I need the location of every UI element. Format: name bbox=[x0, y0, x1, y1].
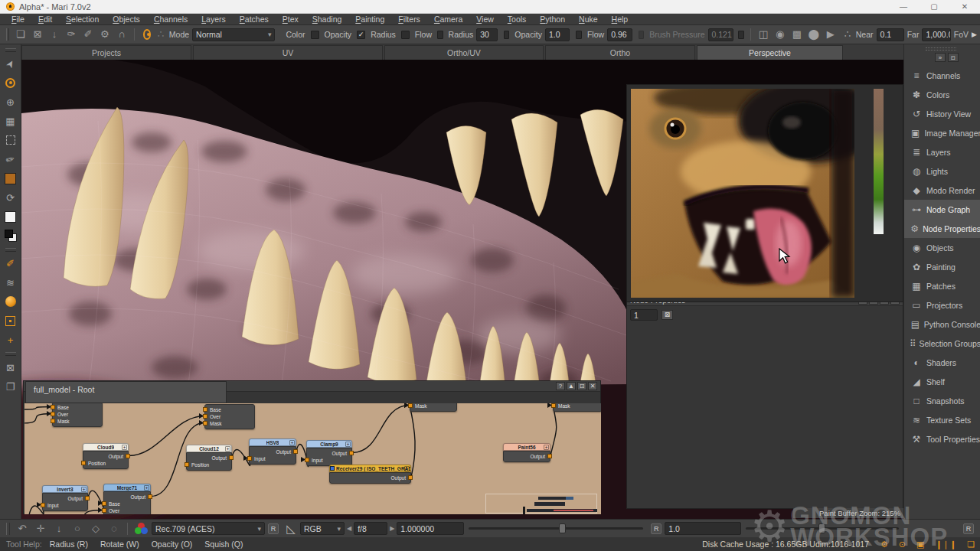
bake-status-icon[interactable]: ⚙ bbox=[880, 540, 888, 549]
graph-node-merge_b[interactable]: BaseOverMask bbox=[204, 404, 255, 429]
port-output[interactable] bbox=[229, 455, 234, 460]
eyedropper-tool-icon[interactable]: ✎ bbox=[2, 150, 20, 168]
clear-selection-button[interactable]: ⊠ bbox=[662, 310, 673, 320]
sidebar-item-texture-sets[interactable]: ≋Texture Sets bbox=[904, 410, 980, 429]
new-project-icon[interactable]: ❏ bbox=[12, 26, 29, 43]
sidebar-item-node-graph[interactable]: ⊶Node Graph bbox=[904, 200, 980, 219]
port-mask[interactable] bbox=[408, 403, 413, 408]
port-base[interactable] bbox=[203, 407, 207, 412]
meter-icon[interactable]: ❙❘❙ bbox=[935, 540, 956, 549]
fstop-next-icon[interactable]: ▶ bbox=[390, 525, 394, 532]
brush-pressure-checkbox[interactable] bbox=[639, 31, 645, 39]
graph-node-paint56[interactable]: Paint56+Output bbox=[503, 443, 550, 462]
colorspace-dropdown[interactable]: Rec.709 (ACES) bbox=[152, 522, 265, 535]
opacity-link-checkbox[interactable] bbox=[311, 31, 319, 39]
menu-objects[interactable]: Objects bbox=[106, 15, 147, 24]
graph-node-merge_a[interactable]: BaseOverMask bbox=[52, 403, 103, 427]
select-tool-icon[interactable]: ➤ bbox=[2, 54, 20, 73]
blend-mode-dropdown[interactable]: Normal bbox=[192, 28, 275, 41]
paint-through-tool-icon[interactable]: ⊕ bbox=[2, 93, 20, 111]
port-mask[interactable] bbox=[551, 403, 556, 408]
pull-icon[interactable]: ↓ bbox=[50, 523, 68, 534]
radius-link-checkbox[interactable]: ✓ bbox=[357, 31, 365, 39]
sidebar-item-shaders[interactable]: ◐Shaders bbox=[904, 353, 980, 372]
reset-exposure-button[interactable]: R bbox=[651, 523, 662, 534]
pin-icon[interactable]: ✑ bbox=[63, 26, 80, 43]
port-input[interactable] bbox=[41, 503, 45, 507]
menu-tools[interactable]: Tools bbox=[501, 15, 534, 24]
rail-grip[interactable] bbox=[5, 48, 16, 52]
mini-node[interactable] bbox=[538, 497, 573, 500]
swap-colors-icon[interactable]: ⟳ bbox=[2, 188, 20, 207]
checker-pattern-icon[interactable]: ▩ bbox=[789, 26, 805, 43]
port-position[interactable] bbox=[185, 462, 189, 467]
port-input[interactable] bbox=[247, 456, 252, 461]
node-expand-button[interactable]: + bbox=[404, 466, 410, 471]
node-index-field[interactable]: 1 bbox=[630, 309, 658, 321]
node-header[interactable]: Clamp9+ bbox=[306, 440, 352, 448]
node-header[interactable]: Paint56+ bbox=[503, 443, 550, 451]
node-expand-button[interactable]: + bbox=[289, 440, 295, 445]
node-connection-wire[interactable] bbox=[88, 491, 105, 510]
particle-icon[interactable]: ∴ bbox=[839, 26, 856, 43]
node-header[interactable]: Merge71+ bbox=[103, 484, 151, 491]
radius-field[interactable]: 30 bbox=[476, 28, 497, 41]
image-manager-panel[interactable] bbox=[626, 84, 903, 302]
sidebar-item-modo-render[interactable]: ◆Modo Render bbox=[904, 181, 980, 200]
fov-expand-icon[interactable]: ▶ bbox=[972, 31, 977, 38]
minimize-button[interactable]: — bbox=[888, 0, 919, 14]
sidebar-item-shelf[interactable]: ◢Shelf bbox=[904, 372, 980, 391]
node-graph-close-button[interactable]: ✕ bbox=[588, 382, 597, 390]
airbrush-icon[interactable]: ∴ bbox=[155, 26, 166, 43]
reset-gain-button[interactable]: R bbox=[963, 523, 974, 534]
node-expand-button[interactable]: + bbox=[144, 485, 149, 491]
bake-icon[interactable]: ∩ bbox=[113, 26, 130, 43]
menu-camera[interactable]: Camera bbox=[427, 15, 469, 24]
far-field[interactable]: 1,000.00 bbox=[922, 28, 950, 41]
paint-color-swatch[interactable] bbox=[2, 169, 20, 187]
sidebar-item-python-console[interactable]: ▤Python Console bbox=[904, 315, 980, 334]
menu-file[interactable]: File bbox=[5, 15, 31, 24]
node-header[interactable]: Receiver29 ( ISO_TEETH_GRADIENT )+ bbox=[329, 465, 411, 472]
toolbar-grip[interactable] bbox=[6, 523, 10, 535]
port-base[interactable] bbox=[51, 405, 55, 409]
menu-ptex[interactable]: Ptex bbox=[276, 15, 305, 24]
tab-uv[interactable]: UV bbox=[193, 45, 383, 60]
graph-node-receiver29[interactable]: Receiver29 ( ISO_TEETH_GRADIENT )+Output bbox=[329, 465, 411, 484]
port-mask[interactable] bbox=[203, 421, 207, 425]
towards-paint-buffer-icon[interactable]: ✐ bbox=[2, 254, 20, 272]
menu-patches[interactable]: Patches bbox=[233, 15, 276, 24]
menu-shading[interactable]: Shading bbox=[305, 15, 349, 24]
port-output[interactable] bbox=[349, 451, 354, 455]
port-output[interactable] bbox=[408, 475, 413, 480]
paint-tool-icon[interactable] bbox=[2, 73, 20, 92]
menu-edit[interactable]: Edit bbox=[31, 15, 59, 24]
tab-ortho-uv[interactable]: Ortho/UV bbox=[384, 45, 544, 60]
port-over[interactable] bbox=[102, 508, 106, 513]
graph-node-clamp9[interactable]: Clamp9+OutputInput bbox=[306, 440, 352, 466]
menu-selection[interactable]: Selection bbox=[59, 15, 106, 24]
port-output[interactable] bbox=[148, 494, 152, 499]
play-icon[interactable]: ▶ bbox=[822, 26, 839, 43]
menu-channels[interactable]: Channels bbox=[147, 15, 194, 24]
sync-status-icon[interactable]: ⊙ bbox=[899, 540, 906, 549]
shader-ball-icon[interactable] bbox=[2, 292, 20, 311]
flow-field[interactable]: 0.96 bbox=[607, 28, 632, 41]
port-over[interactable] bbox=[51, 412, 55, 416]
menu-layers[interactable]: Layers bbox=[194, 15, 233, 24]
save-project-icon[interactable]: ↓ bbox=[46, 26, 63, 43]
port-output[interactable] bbox=[547, 454, 552, 458]
marquee-select-tool-icon[interactable] bbox=[2, 131, 20, 149]
graph-node-merge71[interactable]: Merge71+OutputBaseOver bbox=[103, 484, 151, 514]
menu-python[interactable]: Python bbox=[533, 15, 572, 24]
add-icon[interactable]: + bbox=[2, 331, 20, 349]
close-button[interactable]: ✕ bbox=[949, 0, 980, 14]
toolbar-grip[interactable] bbox=[6, 28, 9, 41]
node-graph-canvas[interactable]: BaseOverMaskBaseOverMaskCloud9+OutputPos… bbox=[24, 403, 601, 514]
shadow-icon[interactable]: ◉ bbox=[772, 26, 789, 43]
opacity-field[interactable]: 1.0 bbox=[545, 28, 570, 41]
sidebar-item-patches[interactable]: ▦Patches bbox=[904, 276, 980, 295]
node-expand-button[interactable]: + bbox=[544, 445, 549, 450]
sidebar-item-objects[interactable]: ◉Objects bbox=[904, 238, 980, 257]
mask-shape-icon[interactable]: ⬤ bbox=[805, 26, 822, 43]
